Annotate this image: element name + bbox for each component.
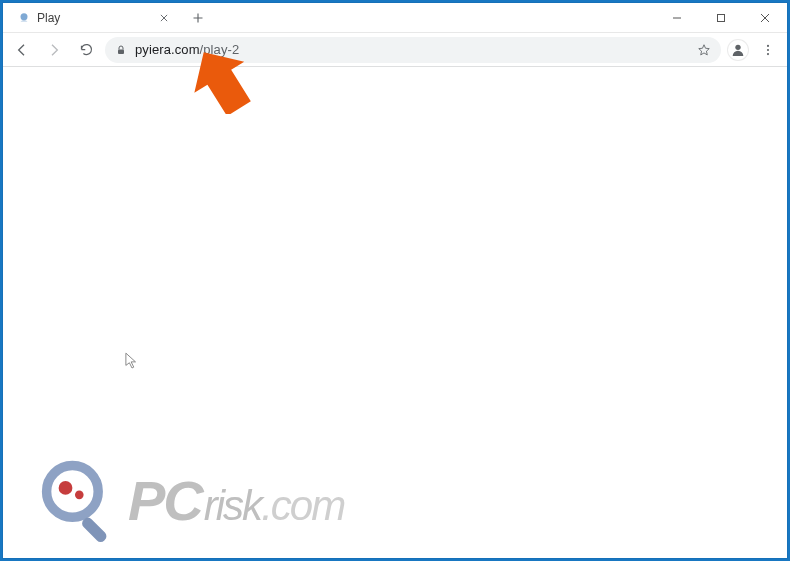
- toolbar: pyiera.com/play-2: [3, 33, 787, 67]
- new-tab-button[interactable]: [185, 5, 211, 31]
- svg-point-5: [767, 48, 769, 50]
- tab-title: Play: [37, 11, 151, 25]
- profile-button[interactable]: [727, 39, 749, 61]
- page-viewport: [3, 67, 787, 558]
- forward-button[interactable]: [41, 37, 67, 63]
- svg-point-6: [767, 53, 769, 55]
- maximize-button[interactable]: [699, 3, 743, 32]
- svg-point-4: [767, 44, 769, 46]
- site-favicon: [17, 11, 31, 25]
- browser-window: Play: [3, 3, 787, 558]
- close-window-button[interactable]: [743, 3, 787, 32]
- close-tab-icon[interactable]: [157, 11, 171, 25]
- bookmark-star-icon[interactable]: [697, 43, 711, 57]
- window-controls: [655, 3, 787, 32]
- address-bar[interactable]: pyiera.com/play-2: [105, 37, 721, 63]
- url-text: pyiera.com/play-2: [135, 42, 239, 57]
- url-path: /play-2: [200, 42, 240, 57]
- mouse-cursor-icon: [125, 352, 139, 370]
- back-button[interactable]: [9, 37, 35, 63]
- svg-rect-1: [718, 14, 725, 21]
- tab-strip: Play: [3, 3, 211, 32]
- reload-button[interactable]: [73, 37, 99, 63]
- minimize-button[interactable]: [655, 3, 699, 32]
- svg-point-0: [21, 13, 28, 20]
- kebab-menu-icon[interactable]: [755, 37, 781, 63]
- tab-play[interactable]: Play: [9, 4, 179, 32]
- url-host: pyiera.com: [135, 42, 200, 57]
- titlebar-spacer: [211, 3, 655, 32]
- lock-icon: [115, 44, 127, 56]
- title-bar: Play: [3, 3, 787, 33]
- svg-rect-2: [118, 49, 124, 54]
- svg-point-3: [735, 44, 740, 49]
